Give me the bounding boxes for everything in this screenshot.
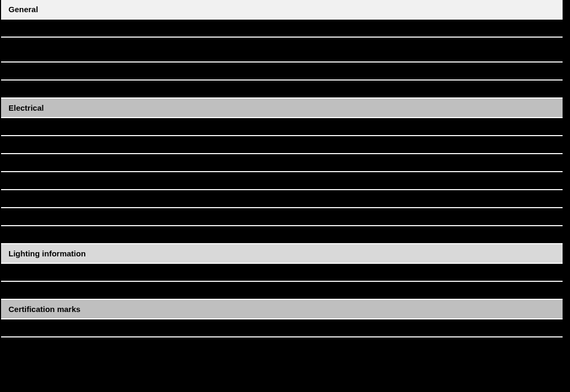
table-row bbox=[1, 226, 563, 244]
spec-table: General Electrical Lighting information … bbox=[1, 0, 563, 355]
section-header-electrical: Electrical bbox=[1, 99, 563, 118]
section-header-lighting: Lighting information bbox=[1, 244, 563, 264]
table-row bbox=[1, 38, 563, 63]
table-row bbox=[1, 264, 563, 282]
table-row bbox=[1, 154, 563, 172]
table-row bbox=[1, 319, 563, 337]
table-row bbox=[1, 136, 563, 154]
table-row bbox=[1, 208, 563, 226]
table-row bbox=[1, 118, 563, 136]
table-row bbox=[1, 172, 563, 190]
table-row bbox=[1, 63, 563, 81]
table-row bbox=[1, 190, 563, 208]
table-row bbox=[1, 20, 563, 38]
section-header-general: General bbox=[1, 0, 563, 20]
section-header-certification: Certification marks bbox=[1, 300, 563, 319]
table-row bbox=[1, 81, 563, 99]
table-row bbox=[1, 282, 563, 300]
table-row bbox=[1, 337, 563, 355]
